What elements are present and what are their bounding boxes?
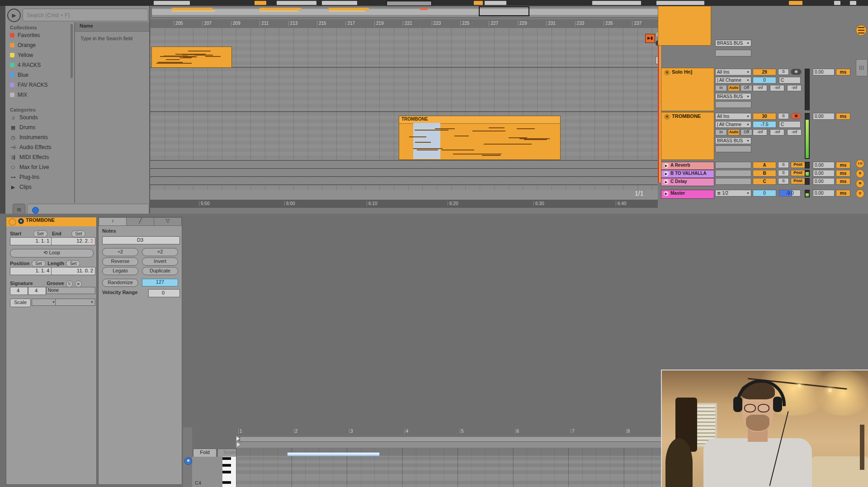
master-unfold-icon[interactable]: ▶ [664,191,669,196]
mixer-field[interactable]: 0 [753,77,776,84]
sidebar-item-max-for-live[interactable]: ⬭Max for Live [10,162,70,172]
sidebar-item-4-racks[interactable]: 4 RACKS [10,60,70,70]
sidebar-item-plug-ins[interactable]: ⊶Plug-Ins [10,172,70,182]
randomize-amount-field[interactable]: 127 [142,279,178,286]
groove-hotswap-icon[interactable]: ⊕ [75,281,82,287]
tab-notes[interactable]: ♪ [99,217,127,226]
time-ruler[interactable]: 5:506:006:106:206:306:40 [150,200,658,208]
scale-button[interactable]: Scale [10,299,31,307]
legato-button[interactable]: Legato [102,267,138,275]
mixer-field[interactable]: ≣ 1/2▼ [715,190,751,197]
clip-position-field[interactable]: 1. 1. 4 [10,267,52,275]
return-lane-b[interactable] [150,170,658,177]
transport-segment[interactable] [834,1,840,5]
clip-start-field[interactable]: 1. 1. 1 [10,237,52,245]
mixer-field[interactable]: BRASS BUS▼ [715,137,751,144]
groove-selector[interactable]: None [46,287,95,294]
send-amount[interactable]: -inf [787,85,802,91]
master-header[interactable]: ▶Master [661,190,714,199]
follow-button[interactable]: ▶▮ [645,34,655,43]
return-unfold-icon[interactable]: ▶ [664,171,669,176]
tempo-segment[interactable] [154,1,190,5]
mixer-field[interactable]: A [753,162,776,169]
mixer-field[interactable] [715,178,751,185]
return-header-b[interactable]: ▶B TO VALHALLA [661,170,714,178]
search-field[interactable] [23,9,148,21]
preview-position-dot[interactable] [32,207,39,214]
mixer-field[interactable] [715,101,751,108]
mixer-toggle-m[interactable]: M [856,179,864,188]
transport-segment[interactable] [277,1,316,5]
monitor-in-button[interactable]: In [715,129,727,136]
midi-clip-brass[interactable] [151,47,232,68]
sidebar-item-yellow[interactable]: Yellow [10,50,70,60]
mixer-field[interactable]: 0.00 [813,113,835,120]
time-selection-bar[interactable] [287,452,380,456]
post-button[interactable]: Post [791,170,805,176]
monitor-off-button[interactable]: Off [741,85,752,91]
sidebar-scrollbar[interactable] [71,24,73,78]
master-lane[interactable] [150,190,658,201]
send-amount[interactable]: -inf [753,85,767,91]
sidebar-item-clips[interactable]: ▶Clips [10,182,70,192]
transport-segment[interactable] [592,1,641,5]
overview-toggle-icon[interactable] [856,25,867,36]
mixer-field[interactable]: | All Channe▼ [715,77,751,84]
scale-name-selector[interactable]: ▼ [55,299,95,306]
name-column-header[interactable]: Name [75,22,149,32]
black-key[interactable] [222,481,231,484]
piano-keys[interactable] [222,457,236,487]
mixer-field[interactable]: -9.0 [779,190,801,197]
mixer-field[interactable]: BRASS BUS▼ [715,93,751,100]
search-input[interactable] [23,9,147,22]
mixer-field[interactable] [715,170,751,177]
randomize-button[interactable]: Randomize [102,279,138,287]
return-header-a[interactable]: ▶A Reverb [661,162,714,170]
black-key[interactable] [222,464,231,467]
mixer-field[interactable]: ms [836,113,850,120]
midi-editor-focus-icon[interactable] [184,457,192,465]
sidebar-item-favorites[interactable]: Favorites [10,30,70,40]
return-lane-c[interactable] [150,178,658,185]
mixer-field[interactable]: C [779,77,801,84]
mixer-field[interactable] [715,162,751,169]
mixer-field[interactable] [715,145,751,152]
black-key[interactable] [222,457,231,460]
track-collapse-icon[interactable]: ▼ [664,114,670,120]
tab-expression[interactable]: ▽ [154,217,182,226]
mixer-field[interactable]: ms [836,69,850,75]
half-time-button[interactable]: ÷2 [102,248,138,256]
solo-button[interactable]: S [778,69,789,75]
sidebar-item-fav-racks[interactable]: FAV RACKS [10,80,70,90]
invert-button[interactable]: Invert [142,258,178,266]
monitor-off-button[interactable]: Off [741,129,752,136]
pitch-field[interactable]: D3 [102,236,180,244]
mixer-field[interactable]: ms [836,170,850,177]
overview-view-box[interactable] [479,6,529,16]
signature-numerator-field[interactable]: 4 [10,287,28,295]
solo-button[interactable]: S [778,162,789,168]
clip-loop-icon[interactable] [9,218,16,226]
clip-header[interactable]: ▼TROMBONE [6,217,96,226]
send-amount[interactable]: -inf [770,129,784,136]
mixer-field[interactable]: ms [836,178,850,185]
mixer-field[interactable]: 0.00 [813,170,835,177]
track-collapse-icon[interactable]: ▼ [664,70,670,75]
mixer-toggle-i-o[interactable]: I-O [856,159,864,168]
transport-segment[interactable] [322,1,357,5]
mixer-field[interactable]: C [779,121,801,128]
mixer-field[interactable]: BRASS BUS▼ [715,40,751,47]
send-amount[interactable]: -inf [753,129,767,136]
send-amount[interactable]: -inf [787,129,802,136]
position-set-button[interactable]: Set [32,260,46,267]
solo-button[interactable]: S [778,113,789,119]
mixer-field[interactable]: 30 [753,113,776,120]
preview-play-icon[interactable]: ▶ [7,9,21,22]
track-header-solo-hn-[interactable]: ▼Solo Hn] [661,68,714,111]
loop-start-marker[interactable] [236,436,240,441]
transport-orange-segment[interactable] [474,1,483,5]
solo-button[interactable]: S [778,178,789,184]
sidebar-item-sounds[interactable]: ♫Sounds [10,112,70,122]
mixer-field[interactable]: All Ins▼ [715,113,751,120]
tab-envelopes[interactable]: ╱ [126,217,155,226]
